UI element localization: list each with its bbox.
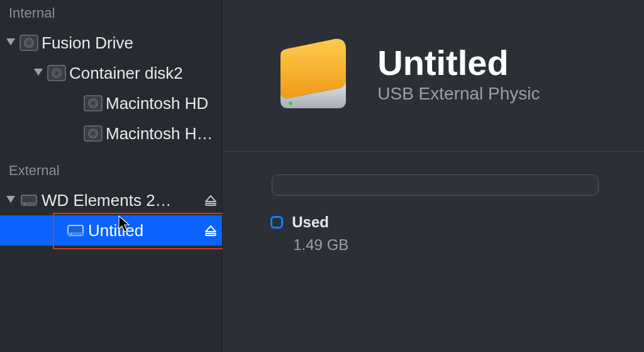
- disclosure-triangle-icon[interactable]: [33, 69, 44, 77]
- internal-disk-icon: [80, 123, 106, 144]
- divider: [223, 151, 644, 152]
- volume-title: Untitled: [377, 45, 540, 82]
- disclosure-triangle-icon[interactable]: [5, 196, 16, 205]
- svg-point-25: [289, 101, 292, 105]
- sidebar-item-label: Macintosh HD: [106, 94, 222, 113]
- disclosure-triangle-icon[interactable]: [5, 38, 16, 47]
- external-disk-icon: [16, 190, 42, 210]
- section-header-internal: Internal: [0, 3, 222, 28]
- svg-point-10: [92, 102, 94, 105]
- svg-rect-19: [206, 203, 216, 205]
- section-header-external: External: [0, 160, 222, 185]
- svg-marker-14: [6, 196, 15, 203]
- svg-rect-21: [68, 232, 83, 236]
- sidebar-item-label: WD Elements 2…: [42, 191, 199, 210]
- svg-marker-18: [206, 196, 216, 202]
- usage-used-row: Used: [270, 213, 644, 231]
- svg-point-13: [92, 132, 94, 135]
- svg-marker-4: [34, 69, 43, 76]
- usage-used-label: Used: [292, 213, 329, 231]
- svg-marker-23: [206, 226, 216, 232]
- main-panel: Untitled USB External Physic Used 1.49 G…: [223, 0, 644, 352]
- internal-disk-icon: [80, 93, 106, 113]
- internal-disk-icon: [44, 63, 69, 83]
- external-disk-icon: [63, 220, 88, 241]
- svg-point-22: [70, 234, 72, 235]
- sidebar-item-fusion-drive[interactable]: Fusion Drive: [0, 28, 222, 58]
- usage-used-value: 1.49 GB: [293, 236, 644, 254]
- sidebar-item-label: Macintosh H…: [106, 124, 222, 144]
- sidebar-item-untitled[interactable]: Untitled: [0, 215, 222, 246]
- svg-point-3: [28, 42, 30, 44]
- svg-marker-0: [6, 38, 15, 45]
- used-swatch-icon: [270, 216, 283, 229]
- sidebar-item-macintosh-hd[interactable]: Macintosh HD: [0, 88, 222, 118]
- volume-subtitle: USB External Physic: [377, 84, 540, 104]
- usage-bar: [272, 174, 599, 196]
- sidebar-item-wd-elements[interactable]: WD Elements 2…: [0, 185, 222, 215]
- svg-rect-16: [21, 202, 36, 205]
- sidebar-item-macintosh-hd-data[interactable]: Macintosh H…: [0, 118, 222, 149]
- svg-point-7: [55, 72, 58, 74]
- sidebar-item-label: Container disk2: [69, 64, 222, 83]
- svg-point-17: [24, 203, 25, 205]
- sidebar-item-label: Untitled: [88, 221, 199, 241]
- svg-rect-24: [206, 234, 216, 236]
- internal-disk-icon: [16, 33, 42, 53]
- sidebar-item-label: Fusion Drive: [42, 33, 222, 53]
- volume-header: Untitled USB External Physic: [272, 33, 644, 116]
- sidebar: Internal Fusion Drive: [0, 0, 223, 352]
- sidebar-item-container-disk2[interactable]: Container disk2: [0, 58, 222, 88]
- external-drive-large-icon: [272, 33, 355, 116]
- eject-icon[interactable]: [199, 224, 222, 237]
- eject-icon[interactable]: [199, 194, 222, 207]
